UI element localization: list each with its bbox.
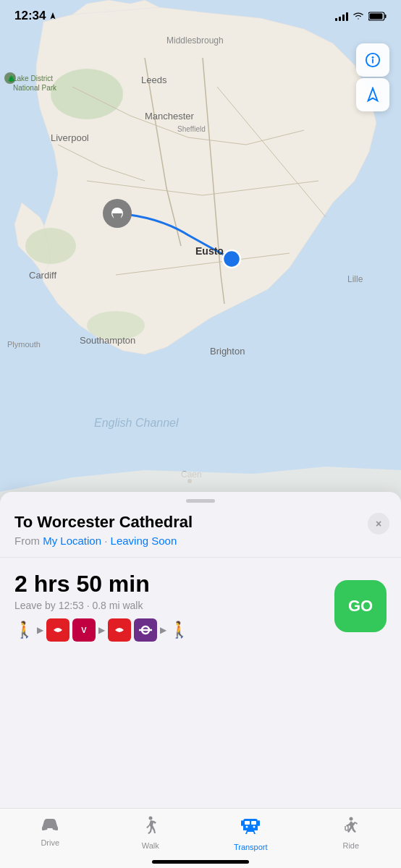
svg-rect-40	[241, 820, 243, 826]
status-time: 12:34	[14, 9, 57, 23]
svg-rect-42	[245, 821, 250, 825]
svg-text:Sheffield: Sheffield	[177, 125, 206, 133]
svg-text:English Channel: English Channel	[94, 417, 179, 429]
virgin-trains-icon: V	[72, 618, 96, 642]
svg-text:Lille: Lille	[347, 274, 363, 284]
svg-rect-44	[243, 828, 258, 830]
tube-icon	[134, 618, 157, 642]
svg-point-23	[223, 250, 240, 268]
tab-transport-label: Transport	[234, 843, 268, 851]
svg-text:Southampton: Southampton	[80, 335, 135, 346]
svg-point-38	[148, 817, 152, 820]
national-rail-icon-2	[108, 618, 131, 642]
destination-title: To Worcester Cathedral	[14, 513, 387, 532]
gps-icon	[48, 12, 57, 20]
svg-text:Manchester: Manchester	[145, 111, 195, 122]
arrow-3: ▶	[160, 625, 166, 635]
map-container[interactable]: Liverpool Manchester Sheffield Leeds Mid…	[0, 0, 401, 506]
status-bar: 12:34	[0, 0, 401, 32]
go-label: GO	[348, 597, 373, 616]
arrow-2: ▶	[98, 625, 105, 635]
svg-point-2	[25, 228, 76, 264]
destination-header: To Worcester Cathedral From My Location …	[0, 503, 401, 558]
tab-drive-label: Drive	[41, 838, 59, 847]
svg-rect-30	[370, 13, 383, 19]
tab-walk[interactable]: Walk	[122, 816, 180, 850]
map-buttons	[356, 43, 389, 111]
leave-by: Leave by 12:53	[14, 600, 84, 611]
arrow-1: ▶	[37, 625, 43, 635]
tab-ride-label: Ride	[342, 841, 359, 850]
status-icons	[335, 11, 387, 21]
svg-text:Middlesbrough: Middlesbrough	[166, 35, 224, 46]
ride-icon	[342, 816, 360, 839]
separator: ·	[104, 535, 107, 547]
location-button[interactable]	[356, 78, 389, 111]
transport-icon	[241, 816, 260, 841]
wifi-icon	[353, 12, 364, 20]
walk-end-icon: 🚶	[169, 621, 189, 639]
tab-bar: Drive Walk	[0, 808, 401, 868]
battery-icon	[368, 12, 387, 21]
route-icons: 🚶 ▶ V ▶	[14, 618, 334, 642]
svg-point-47	[349, 817, 353, 821]
tab-drive[interactable]: Drive	[21, 816, 79, 847]
signal-icon	[335, 11, 348, 21]
drive-icon	[40, 816, 60, 836]
svg-text:Plymouth: Plymouth	[7, 340, 41, 349]
walk-distance: 0.8 mi walk	[92, 600, 143, 611]
svg-rect-43	[251, 821, 256, 825]
info-button[interactable]	[356, 43, 389, 77]
close-button[interactable]: ×	[368, 513, 389, 535]
route-details: 2 hrs 50 min Leave by 12:53 · 0.8 mi wal…	[14, 571, 334, 642]
bottom-panel: To Worcester Cathedral From My Location …	[0, 492, 401, 868]
svg-text:Eusto: Eusto	[195, 245, 224, 257]
svg-point-37	[53, 827, 56, 830]
svg-rect-29	[385, 14, 387, 18]
route-info: 2 hrs 50 min Leave by 12:53 · 0.8 mi wal…	[0, 558, 401, 652]
svg-text:National Park: National Park	[13, 84, 57, 92]
destination-subtitle: From My Location · Leaving Soon	[14, 535, 387, 547]
tab-transport[interactable]: Transport	[221, 816, 279, 851]
walk-icon	[143, 816, 158, 839]
from-label: From	[14, 535, 40, 547]
svg-text:Leeds: Leeds	[141, 75, 167, 85]
svg-point-36	[44, 827, 48, 830]
tab-ride[interactable]: Ride	[322, 816, 380, 850]
my-location-link[interactable]: My Location	[43, 535, 101, 547]
svg-point-46	[253, 826, 256, 828]
route-time: 2 hrs 50 min	[14, 571, 334, 597]
svg-rect-41	[258, 820, 260, 826]
svg-text:Liverpool: Liverpool	[51, 132, 89, 143]
svg-text:Brighton: Brighton	[210, 346, 245, 357]
leaving-soon-link[interactable]: Leaving Soon	[111, 535, 177, 547]
go-button[interactable]: GO	[334, 580, 387, 632]
home-indicator	[152, 860, 249, 864]
walk-start-icon: 🚶	[14, 621, 34, 639]
svg-text:Cardiff: Cardiff	[29, 270, 56, 281]
svg-text:Lake District: Lake District	[13, 75, 53, 82]
national-rail-icon-1	[46, 618, 69, 642]
route-meta: Leave by 12:53 · 0.8 mi walk	[14, 600, 334, 611]
time-display: 12:34	[14, 9, 46, 23]
svg-text:🌲: 🌲	[7, 75, 16, 83]
tab-walk-label: Walk	[142, 841, 159, 850]
svg-point-45	[246, 826, 248, 828]
